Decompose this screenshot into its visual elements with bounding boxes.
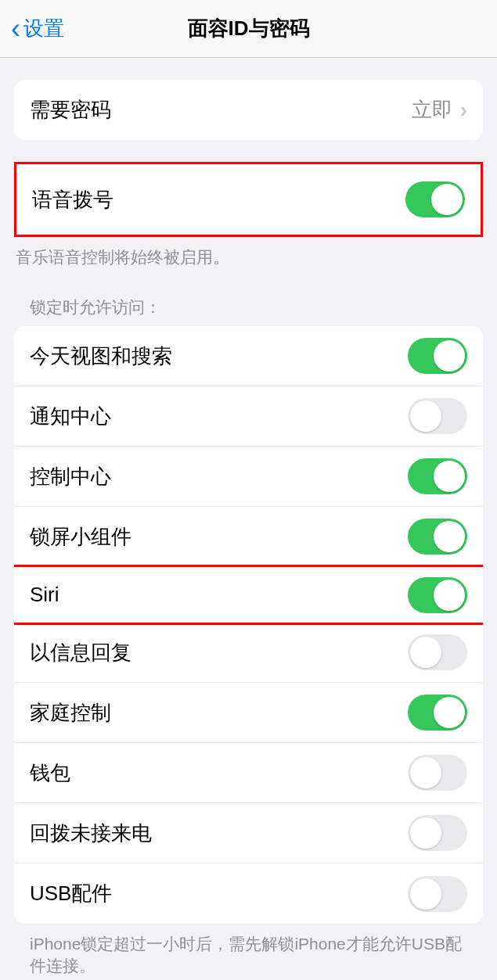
lock-access-toggle[interactable] [408, 338, 467, 374]
lock-access-row: 以信息回复 [14, 623, 483, 683]
back-label: 设置 [23, 15, 64, 42]
toggle-knob [410, 757, 441, 788]
lock-access-row: 回拨未接来电 [14, 803, 483, 863]
toggle-knob [410, 637, 441, 668]
chevron-left-icon: ‹ [11, 15, 20, 43]
lock-access-row: 通知中心 [14, 386, 483, 447]
toggle-knob [410, 817, 441, 849]
lock-access-toggle[interactable] [408, 398, 467, 434]
lock-access-list: 今天视图和搜索通知中心控制中心锁屏小组件Siri以信息回复家庭控制钱包回拨未接来… [14, 326, 483, 924]
page-title: 面容ID与密码 [188, 15, 310, 42]
lock-access-row: Siri [14, 565, 483, 625]
lock-access-row: 锁屏小组件 [14, 507, 483, 567]
lock-access-footer: iPhone锁定超过一小时后，需先解锁iPhone才能允许USB配件连接。 [14, 924, 483, 977]
lock-access-label: USB配件 [30, 880, 112, 907]
require-passcode-value: 立即 [412, 96, 452, 124]
lock-access-label: Siri [30, 583, 59, 607]
lock-access-label: 钱包 [30, 759, 70, 787]
lock-access-toggle[interactable] [408, 695, 467, 731]
voice-dial-section-highlighted: 语音拨号 [14, 162, 483, 237]
toggle-knob [434, 580, 465, 611]
toggle-knob [434, 340, 465, 372]
require-passcode-row[interactable]: 需要密码 立即 › [14, 80, 483, 140]
toggle-knob [434, 461, 465, 492]
toggle-knob [410, 400, 441, 432]
toggle-knob [431, 184, 463, 215]
lock-access-label: 今天视图和搜索 [30, 343, 172, 370]
lock-access-label: 家庭控制 [30, 699, 111, 727]
toggle-knob [410, 878, 441, 910]
lock-access-row: 家庭控制 [14, 683, 483, 743]
voice-dial-row: 语音拨号 [16, 164, 481, 235]
lock-access-row: 钱包 [14, 743, 483, 803]
lock-access-row: 控制中心 [14, 447, 483, 507]
lock-access-toggle[interactable] [408, 755, 467, 791]
lock-access-toggle[interactable] [408, 876, 467, 912]
lock-access-label: 以信息回复 [30, 639, 131, 666]
lock-access-toggle[interactable] [408, 815, 467, 851]
voice-dial-footer: 音乐语音控制将始终被启用。 [0, 237, 497, 268]
lock-access-toggle[interactable] [408, 634, 467, 670]
lock-access-label: 控制中心 [30, 463, 111, 490]
toggle-knob [434, 697, 465, 728]
lock-access-toggle[interactable] [408, 458, 467, 494]
lock-access-label: 锁屏小组件 [30, 523, 131, 551]
chevron-right-icon: › [460, 98, 467, 123]
voice-dial-toggle[interactable] [405, 181, 465, 217]
navigation-bar: ‹ 设置 面容ID与密码 [0, 0, 497, 58]
lock-access-row: 今天视图和搜索 [14, 326, 483, 386]
toggle-knob [434, 521, 465, 552]
lock-access-label: 回拨未接来电 [30, 820, 152, 847]
lock-access-label: 通知中心 [30, 403, 111, 430]
lock-access-toggle[interactable] [408, 519, 467, 555]
voice-dial-label: 语音拨号 [32, 186, 113, 214]
lock-access-header: 锁定时允许访问： [14, 296, 483, 326]
lock-access-row: USB配件 [14, 863, 483, 924]
require-passcode-label: 需要密码 [30, 96, 111, 124]
lock-access-toggle[interactable] [408, 577, 467, 613]
back-button[interactable]: ‹ 设置 [0, 15, 64, 43]
